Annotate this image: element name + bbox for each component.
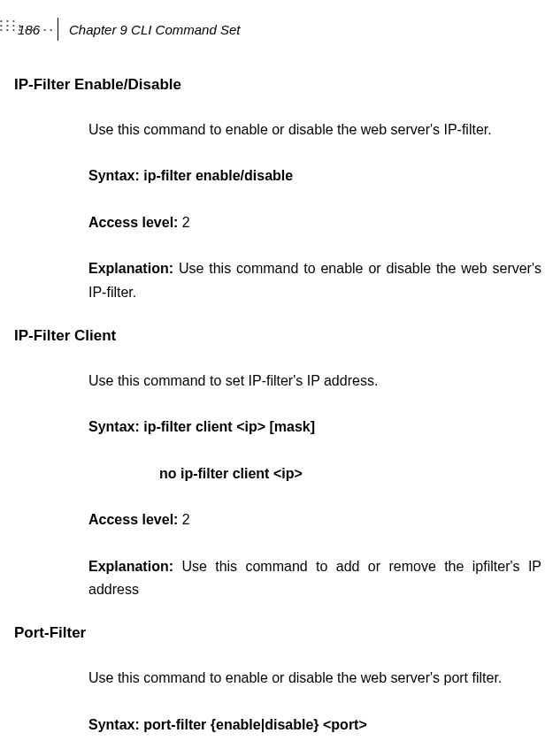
explanation-label: Explanation: bbox=[88, 559, 173, 574]
chapter-title: Chapter 9 CLI Command Set bbox=[69, 22, 240, 37]
access-line: Access level: 2 bbox=[88, 508, 545, 531]
intro-text: Use this command to enable or disable th… bbox=[88, 667, 545, 690]
syntax-value: port-filter {enable|disable} <port> bbox=[140, 717, 367, 732]
section-title-ip-filter-enable: IP-Filter Enable/Disable bbox=[14, 76, 545, 94]
intro-text: Use this command to set IP-filter's IP a… bbox=[88, 370, 545, 393]
syntax-value: ip-filter enable/disable bbox=[140, 168, 293, 183]
syntax-label: Syntax: bbox=[88, 717, 140, 732]
explanation-line: Explanation: Use this command to add or … bbox=[88, 555, 545, 602]
access-value: 2 bbox=[178, 215, 189, 230]
header-dots-icon: • • • • • • • • • bbox=[0, 26, 53, 34]
explanation-label: Explanation: bbox=[88, 261, 173, 276]
syntax-line: Syntax: ip-filter client <ip> [mask] bbox=[88, 416, 545, 439]
section-title-ip-filter-client: IP-Filter Client bbox=[14, 327, 545, 345]
syntax-value: ip-filter client <ip> [mask] bbox=[140, 419, 315, 434]
access-line: Access level: 2 bbox=[88, 211, 545, 234]
syntax-line: Syntax: ip-filter enable/disable bbox=[88, 164, 545, 187]
syntax-line-2: no ip-filter client <ip> bbox=[159, 462, 545, 485]
intro-text: Use this command to enable or disable th… bbox=[88, 118, 545, 141]
syntax-label: Syntax: bbox=[88, 419, 140, 434]
syntax-label: Syntax: bbox=[88, 168, 140, 183]
document-page: 186 Chapter 9 CLI Command Set • • • • • … bbox=[0, 0, 545, 737]
explanation-line: Explanation: Use this command to enable … bbox=[88, 257, 545, 304]
access-label: Access level: bbox=[88, 215, 178, 230]
section-title-port-filter: Port-Filter bbox=[14, 624, 545, 642]
access-value: 2 bbox=[178, 512, 189, 527]
page-header: 186 Chapter 9 CLI Command Set • • • • • … bbox=[0, 18, 545, 41]
syntax-line: Syntax: port-filter {enable|disable} <po… bbox=[88, 714, 545, 737]
header-divider bbox=[58, 18, 58, 41]
access-label: Access level: bbox=[88, 512, 178, 527]
